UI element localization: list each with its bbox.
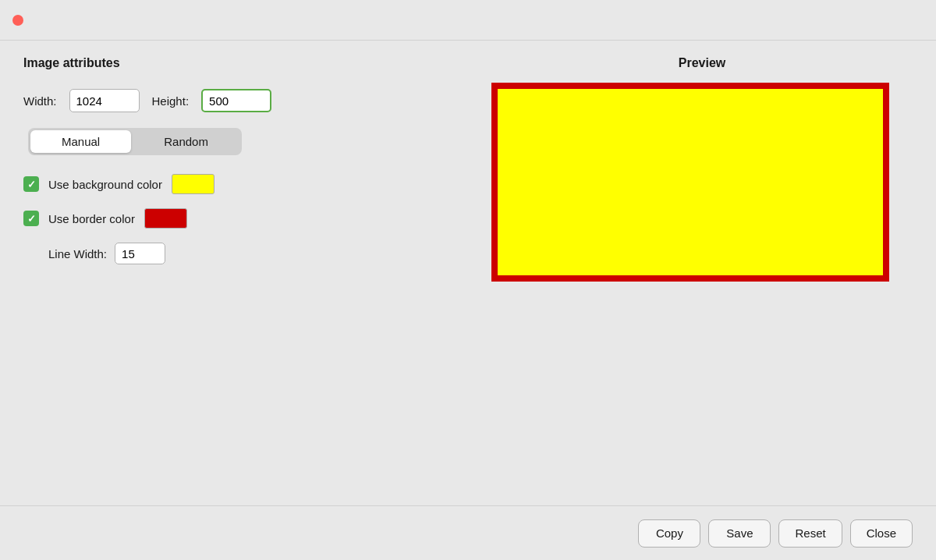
save-button[interactable]: Save <box>708 519 771 548</box>
height-label: Height: <box>152 94 190 108</box>
left-panel: Image attributes Width: Height: Manual R… <box>23 56 476 490</box>
reset-button[interactable]: Reset <box>778 519 842 548</box>
close-button[interactable]: Close <box>850 519 913 548</box>
preview-title: Preview <box>491 56 913 70</box>
bg-color-checkbox[interactable] <box>23 176 39 192</box>
width-input[interactable] <box>69 89 140 112</box>
toggle-row: Manual Random <box>28 128 476 155</box>
random-toggle-button[interactable]: Random <box>133 130 239 153</box>
copy-button[interactable]: Copy <box>638 519 700 548</box>
section-title: Image attributes <box>23 56 476 70</box>
line-width-label: Line Width: <box>48 247 107 261</box>
bg-color-label: Use background color <box>48 178 162 191</box>
width-label: Width: <box>23 94 57 108</box>
border-color-swatch[interactable] <box>144 208 187 229</box>
bottom-toolbar: Copy Save Reset Close <box>0 505 936 560</box>
bg-color-swatch[interactable] <box>172 174 214 194</box>
border-color-label: Use border color <box>48 212 135 225</box>
close-window-button[interactable] <box>12 15 23 26</box>
height-input[interactable] <box>201 89 271 112</box>
dimension-row: Width: Height: <box>23 89 476 112</box>
border-color-row: Use border color <box>23 208 476 229</box>
title-bar <box>0 0 936 41</box>
preview-image <box>491 83 889 282</box>
line-width-row: Line Width: <box>48 243 476 264</box>
main-content: Image attributes Width: Height: Manual R… <box>0 41 936 505</box>
bg-color-row: Use background color <box>23 174 476 194</box>
line-width-input[interactable] <box>115 243 165 264</box>
right-panel: Preview <box>491 56 913 490</box>
manual-toggle-button[interactable]: Manual <box>30 130 131 153</box>
toggle-group: Manual Random <box>28 128 242 155</box>
border-color-checkbox[interactable] <box>23 211 39 226</box>
